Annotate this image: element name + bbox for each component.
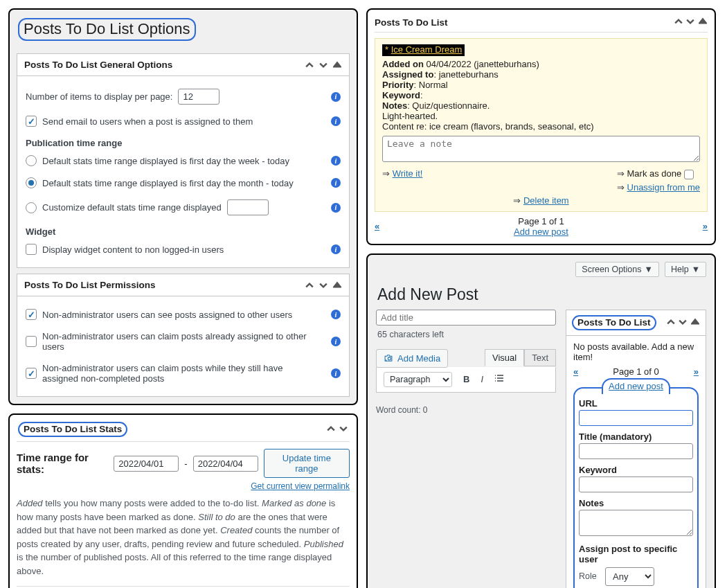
tab-visual[interactable]: Visual [485,349,524,366]
screen-options-button[interactable]: Screen Options ▼ [575,262,659,277]
camera-icon [384,353,393,363]
range-week-radio[interactable] [26,155,37,166]
info-icon[interactable] [331,310,341,319]
options-title-highlight: Posts To Do List Options [18,18,196,41]
publication-time-range-heading: Publication time range [26,138,341,148]
sidebox-title-highlight: Posts To Do List [572,315,656,330]
permalink-link[interactable]: Get current view permalink [251,481,350,491]
range-month-label: Default stats time range displayed is fi… [42,178,294,188]
update-time-range-button[interactable]: Update time range [264,449,350,478]
title-input[interactable] [579,443,693,459]
general-title: Posts To Do List General Options [24,60,172,70]
info-icon[interactable] [331,337,341,346]
range-custom-radio[interactable] [26,202,37,213]
notes-textarea[interactable] [579,510,693,536]
tab-text[interactable]: Text [524,349,556,366]
keyword-label: Keyword [579,465,693,475]
caret-up-icon[interactable] [698,17,708,26]
stats-title-highlight: Posts To Do List Stats [18,422,127,437]
chevron-up-icon[interactable] [666,317,676,327]
chevron-down-icon[interactable] [685,17,695,26]
chevron-up-icon[interactable] [674,17,683,26]
date-to-input[interactable] [193,456,258,472]
page-next[interactable]: » [694,366,699,377]
page-prev[interactable]: « [573,366,578,377]
info-icon[interactable] [331,178,341,188]
url-label: URL [579,398,693,409]
info-icon[interactable] [331,244,341,254]
url-input[interactable] [579,410,693,426]
chevron-up-icon[interactable] [326,424,336,434]
unassign-link[interactable]: Unassign from me [627,182,700,193]
post-title-input[interactable] [376,310,556,326]
caret-up-icon[interactable] [332,60,342,70]
title-label: Title (mandatory) [579,431,693,442]
add-new-post-tab[interactable]: Add new post [602,378,670,394]
range-custom-label: Customize default stats time range displ… [42,202,222,213]
caret-up-icon[interactable] [332,280,342,290]
italic-icon[interactable]: I [476,372,487,386]
caret-up-icon[interactable] [690,317,700,327]
permissions-title: Posts To Do List Permissions [24,280,156,290]
range-custom-input[interactable] [227,199,269,215]
caret-down-icon: ▼ [645,265,653,274]
mark-done-checkbox[interactable] [684,170,694,179]
role-select[interactable]: Any [605,567,654,586]
widget-display-label: Display widget content to non logged-in … [42,244,224,255]
perm3-checkbox[interactable] [26,368,37,379]
chevron-up-icon[interactable] [305,60,314,70]
todo-box-title: Posts To Do List [375,17,448,28]
sidebox-todo: Posts To Do List No posts available. Add… [566,310,706,588]
help-button[interactable]: Help ▼ [665,262,706,277]
chevron-up-icon[interactable] [305,280,314,290]
stats-title: Posts To Do List Stats [24,424,122,434]
list-icon[interactable] [490,371,508,387]
widget-heading: Widget [26,226,341,237]
chevron-down-icon[interactable] [339,424,348,434]
svg-point-0 [388,357,391,360]
info-icon[interactable] [331,116,341,126]
page-prev[interactable]: « [375,221,379,231]
perm1-label: Non-administrator users can see posts as… [42,310,292,320]
perm1-checkbox[interactable] [26,309,37,320]
perm3-label: Non-administrator users can claim posts … [42,363,316,384]
chevron-down-icon[interactable] [678,317,688,327]
panel-add-new-post: Screen Options ▼ Help ▼ Add New Post 65 … [366,253,716,588]
add-new-post-link[interactable]: Add new post [514,226,568,237]
chevron-down-icon[interactable] [318,60,328,70]
perm2-label: Non-administrator users can claim posts … [42,331,325,352]
info-icon[interactable] [331,92,341,102]
assign-label: Assign post to specific user [579,544,693,564]
perm2-checkbox[interactable] [26,336,37,347]
range-month-radio[interactable] [26,177,37,188]
send-email-checkbox[interactable] [26,116,37,127]
items-per-page-input[interactable] [178,89,219,105]
caret-down-icon: ▼ [692,265,700,274]
info-icon[interactable] [331,368,341,378]
info-icon[interactable] [331,203,341,213]
write-it-link[interactable]: Write it! [393,168,423,179]
chevron-down-icon[interactable] [318,280,328,290]
todo-item-title-badge: * Ice Cream Dream [382,44,465,56]
page-indicator: Page 1 of 1 [379,216,703,226]
widget-display-checkbox[interactable] [26,244,37,255]
mark-done-label: Mark as done [627,168,682,179]
stats-description: Added tells you how many posts were adde… [17,491,350,586]
delete-item-link[interactable]: Delete item [523,195,569,206]
add-media-button[interactable]: Add Media [376,349,448,368]
page-next[interactable]: » [703,221,708,231]
time-range-label: Time range for stats: [17,452,108,475]
todo-item-title-link[interactable]: Ice Cream Dream [391,44,463,55]
panel-stats: Posts To Do List Stats Time range for st… [8,413,358,588]
keyword-input[interactable] [579,476,693,492]
bold-icon[interactable]: B [459,372,474,386]
date-from-input[interactable] [114,456,179,472]
todo-item: * Ice Cream Dream Added on 04/04/2022 (j… [375,38,708,212]
send-email-label: Send email to users when a post is assig… [42,116,253,127]
info-icon[interactable] [331,156,341,166]
options-title: Posts To Do List Options [24,20,190,37]
leave-note-textarea[interactable] [382,136,700,162]
chars-left: 65 characters left [376,326,556,349]
add-new-post-form: URL Title (mandatory) Keyword Notes Assi… [573,387,699,588]
paragraph-select[interactable]: Paragraph [379,370,456,389]
